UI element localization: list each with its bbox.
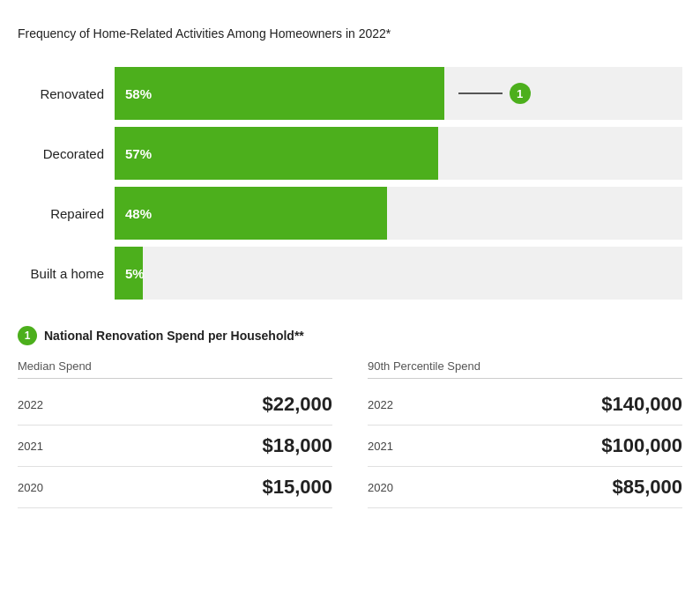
- bar-pct-label: 5%: [125, 266, 145, 281]
- bar-annotation: 1: [458, 83, 531, 104]
- bar-background: 58%1: [115, 67, 682, 120]
- bar-label: Renovated: [18, 67, 115, 120]
- spend-year: 2020: [368, 481, 393, 494]
- spend-row: 2021$18,000: [18, 426, 332, 467]
- spend-amount: $18,000: [262, 434, 332, 457]
- spend-amount: $15,000: [262, 476, 332, 499]
- spend-amount: $22,000: [262, 393, 332, 416]
- median-spend-table: Median Spend 2022$22,0002021$18,0002020$…: [18, 359, 332, 508]
- bar-fill: 58%: [115, 67, 444, 120]
- annotation-line: [458, 92, 503, 94]
- footnote-title: 1 National Renovation Spend per Househol…: [18, 326, 682, 345]
- bar-pct-label: 57%: [125, 146, 152, 161]
- bar-pct-label: 48%: [125, 206, 152, 221]
- bar-label: Decorated: [18, 127, 115, 180]
- spend-year: 2021: [368, 440, 393, 453]
- bar-chart: Renovated58%1Decorated57%Repaired48%Buil…: [18, 67, 682, 300]
- bar-pct-label: 58%: [125, 86, 152, 101]
- median-header: Median Spend: [18, 359, 332, 379]
- spend-year: 2021: [18, 440, 43, 453]
- footnote-section: 1 National Renovation Spend per Househol…: [18, 326, 682, 508]
- spend-year: 2020: [18, 481, 43, 494]
- annotation-badge: 1: [510, 83, 531, 104]
- spend-row: 2022$140,000: [368, 384, 682, 426]
- bar-background: 48%: [115, 187, 682, 240]
- bar-label: Built a home: [18, 247, 115, 300]
- spend-amount: $85,000: [612, 476, 682, 499]
- spend-row: 2022$22,000: [18, 384, 332, 426]
- bar-row: Built a home5%: [18, 247, 682, 300]
- bar-fill: 57%: [115, 127, 438, 180]
- bar-fill: 5%: [115, 247, 143, 300]
- footnote-badge: 1: [18, 326, 37, 345]
- spend-tables: Median Spend 2022$22,0002021$18,0002020$…: [18, 359, 682, 508]
- spend-year: 2022: [368, 398, 393, 411]
- bar-row: Repaired48%: [18, 187, 682, 240]
- spend-row: 2020$15,000: [18, 467, 332, 508]
- bar-row: Renovated58%1: [18, 67, 682, 120]
- footnote-title-text: National Renovation Spend per Household*…: [44, 329, 304, 343]
- spend-row: 2021$100,000: [368, 426, 682, 467]
- percentile-header: 90th Percentile Spend: [368, 359, 682, 379]
- chart-title: Frequency of Home-Related Activities Amo…: [18, 26, 682, 41]
- spend-year: 2022: [18, 398, 43, 411]
- bar-background: 5%: [115, 247, 682, 300]
- bar-row: Decorated57%: [18, 127, 682, 180]
- bar-background: 57%: [115, 127, 682, 180]
- bar-fill: 48%: [115, 187, 387, 240]
- spend-amount: $100,000: [601, 434, 682, 457]
- bar-label: Repaired: [18, 187, 115, 240]
- percentile-spend-table: 90th Percentile Spend 2022$140,0002021$1…: [368, 359, 682, 508]
- spend-row: 2020$85,000: [368, 467, 682, 508]
- spend-amount: $140,000: [601, 393, 682, 416]
